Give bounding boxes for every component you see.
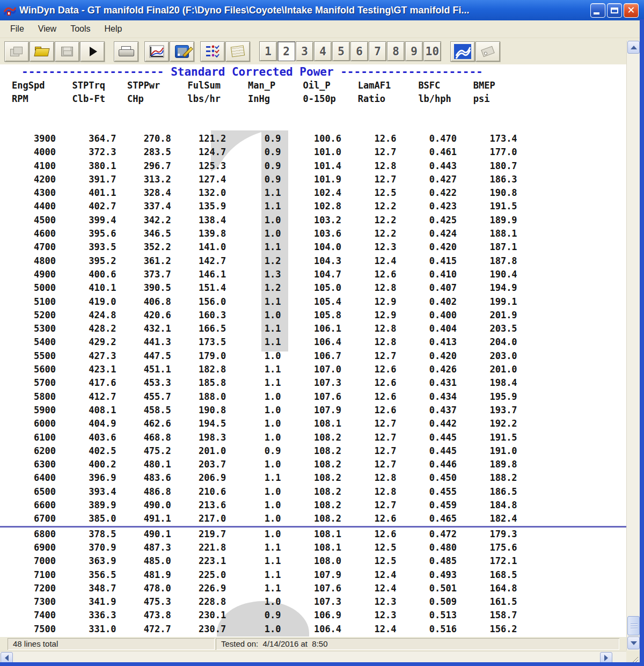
table-row: 7500 331.0 472.7 230.7 1.0 106.4 12.4 0.…: [0, 623, 626, 636]
page-button-2[interactable]: 2: [277, 41, 295, 61]
page-button-1[interactable]: 1: [259, 41, 277, 61]
chart-icon: [149, 45, 164, 58]
minimize-button[interactable]: [590, 3, 605, 18]
plot-button[interactable]: [144, 41, 169, 62]
table-row: 5500 427.3 447.5 179.0 1.0 106.7 12.7 0.…: [0, 349, 626, 363]
window-border-bottom: [0, 662, 644, 666]
window-title: WinDyn Data - GT manifold Final20 (F:\Dy…: [19, 5, 590, 16]
table-row: 4300 401.1 328.4 132.0 1.1 102.4 12.5 0.…: [0, 186, 626, 200]
new-file-icon: [10, 47, 23, 56]
table-row: 4000 372.3 283.5 124.7 0.9 101.0 12.7 0.…: [0, 145, 626, 159]
table-row: 6600 389.9 490.0 213.6 1.0 108.2 12.7 0.…: [0, 499, 626, 512]
maximize-icon: [611, 8, 618, 13]
table-row: 4500 399.4 342.2 138.4 1.0 103.2 12.2 0.…: [0, 214, 626, 227]
run-button[interactable]: [80, 41, 105, 62]
scroll-up-button[interactable]: [627, 41, 640, 54]
save-icon: [61, 47, 73, 56]
vertical-scrollbar[interactable]: [626, 41, 640, 650]
page-button-6[interactable]: 6: [350, 41, 368, 61]
table-row: 6000 404.9 462.6 194.5 1.0 108.1 12.7 0.…: [0, 417, 626, 430]
checklist-icon: [206, 45, 219, 58]
column-header-units: RPM Clb-Ft CHp lbs/hr InHg 0-150p Ratio …: [0, 92, 626, 106]
menu-tools[interactable]: Tools: [63, 22, 97, 36]
menu-file[interactable]: File: [3, 22, 31, 36]
windyn-logo-button[interactable]: [450, 41, 475, 62]
notes-button[interactable]: [225, 41, 250, 62]
open-folder-icon: [35, 47, 49, 56]
table-row: 6500 393.4 486.8 210.6 1.0 108.2 12.8 0.…: [0, 485, 626, 499]
open-button[interactable]: [30, 41, 54, 62]
notes-icon: [231, 45, 245, 57]
table-row: 4400 402.7 337.4 135.9 1.1 102.8 12.2 0.…: [0, 200, 626, 213]
table-row: 6300 400.2 480.1 203.7 1.0 108.2 12.7 0.…: [0, 458, 626, 471]
page-button-10[interactable]: 10: [423, 41, 441, 61]
windyn-logo-icon: [454, 44, 471, 59]
table-row: 6400 396.9 483.6 206.9 1.1 108.2 12.8 0.…: [0, 471, 626, 485]
tag-button[interactable]: [475, 41, 500, 62]
table-row: 5200 424.8 420.6 160.3 1.0 105.8 12.9 0.…: [0, 309, 626, 322]
table-row: 4900 400.6 373.7 146.1 1.3 104.7 12.6 0.…: [0, 268, 626, 281]
minimize-icon: [594, 12, 599, 14]
page-button-8[interactable]: 8: [387, 41, 405, 61]
menu-help[interactable]: Help: [98, 22, 129, 36]
chevron-left-icon: [5, 655, 9, 661]
page-buttons: 12345678910: [259, 41, 442, 61]
table-row: 5800 412.7 455.7 188.0 1.0 107.6 12.6 0.…: [0, 390, 626, 404]
chevron-down-icon: [631, 641, 637, 645]
report-title: --------------------- Standard Corrected…: [0, 65, 626, 79]
page-button-4[interactable]: 4: [314, 41, 332, 61]
toolbar: 12345678910: [0, 38, 640, 64]
close-icon: ✕: [624, 4, 638, 16]
printer-icon: [119, 46, 134, 57]
tag-icon: [481, 46, 494, 57]
page-button-9[interactable]: 9: [405, 41, 423, 61]
table-row: 3900 364.7 270.8 121.2 0.9 100.6 12.6 0.…: [0, 132, 626, 145]
scroll-down-button[interactable]: [627, 636, 640, 649]
table-row: 5300 428.2 432.1 166.5 1.1 106.1 12.8 0.…: [0, 322, 626, 335]
table-row: 5700 417.6 453.3 185.8 1.1 107.3 12.6 0.…: [0, 376, 626, 390]
page-button-7[interactable]: 7: [369, 41, 386, 61]
page-button-3[interactable]: 3: [296, 41, 313, 61]
table-row: 4200 391.7 313.2 127.4 0.9 101.9 12.7 0.…: [0, 173, 626, 186]
table-row: 5000 410.1 390.5 151.4 1.2 105.0 12.8 0.…: [0, 281, 626, 295]
maximize-button[interactable]: [607, 3, 622, 18]
table-row: 7200 348.7 478.0 226.9 1.1 107.6 12.4 0.…: [0, 582, 626, 595]
table-row: 5900 408.1 458.5 190.8 1.0 107.9 12.6 0.…: [0, 404, 626, 417]
report-area: --------------------- Standard Corrected…: [0, 64, 626, 636]
chevron-right-icon: [604, 655, 608, 661]
table-row: 6800 378.5 490.1 219.7 1.0 108.1 12.6 0.…: [0, 528, 626, 541]
data-rows: 3900 364.7 270.8 121.2 0.9 100.6 12.6 0.…: [0, 132, 626, 636]
table-row: 6200 402.5 475.2 201.0 0.9 108.2 12.7 0.…: [0, 444, 626, 458]
vertical-scroll-thumb[interactable]: [627, 616, 640, 635]
menu-view[interactable]: View: [31, 22, 63, 36]
table-row: 4600 395.6 346.5 139.8 1.0 103.6 12.2 0.…: [0, 227, 626, 240]
window-border-right: [640, 19, 644, 666]
table-row: 6700 385.0 491.1 217.0 1.0 108.2 12.6 0.…: [0, 512, 626, 525]
status-tested-on: Tested on: 4/14/2016 at 8:50: [216, 638, 619, 650]
table-row: 7000 363.9 485.0 223.1 1.1 108.0 12.5 0.…: [0, 554, 626, 568]
edit-button[interactable]: [170, 41, 194, 62]
new-button[interactable]: [4, 41, 29, 62]
print-button[interactable]: [114, 41, 138, 62]
page-button-5[interactable]: 5: [332, 41, 350, 61]
app-icon: [3, 4, 16, 16]
table-row: 4700 393.5 352.2 141.0 1.1 104.0 12.3 0.…: [0, 240, 626, 254]
table-row: 5600 423.1 451.1 182.8 1.1 107.0 12.6 0.…: [0, 363, 626, 376]
status-bar: 48 lines total Tested on: 4/14/2016 at 8…: [0, 636, 626, 651]
title-bar: WinDyn Data - GT manifold Final20 (F:\Dy…: [0, 0, 644, 20]
table-row: 7300 341.9 475.3 228.8 1.0 107.3 12.3 0.…: [0, 595, 626, 609]
save-button[interactable]: [55, 41, 79, 62]
table-row: 7400 336.3 473.8 230.1 0.9 106.9 12.3 0.…: [0, 609, 626, 622]
table-row: 5100 419.0 406.8 156.0 1.1 105.4 12.9 0.…: [0, 295, 626, 309]
calculator-pencil-icon: [175, 45, 189, 58]
column-header-names: EngSpd STPTrq STPPwr FulSum Man_P Oil_P …: [0, 79, 626, 92]
table-row: 6900 370.9 487.3 221.8 1.1 108.1 12.5 0.…: [0, 541, 626, 554]
table-row: 7100 356.5 481.9 225.0 1.1 107.9 12.4 0.…: [0, 568, 626, 582]
table-row: 4100 380.1 296.7 125.3 0.9 101.4 12.8 0.…: [0, 159, 626, 173]
chevron-up-icon: [631, 46, 637, 49]
status-lines-total: 48 lines total: [8, 638, 215, 650]
menu-bar: File View Tools Help: [0, 20, 640, 38]
play-icon: [90, 47, 97, 56]
setup-button[interactable]: [200, 41, 225, 62]
close-button[interactable]: ✕: [624, 3, 639, 18]
